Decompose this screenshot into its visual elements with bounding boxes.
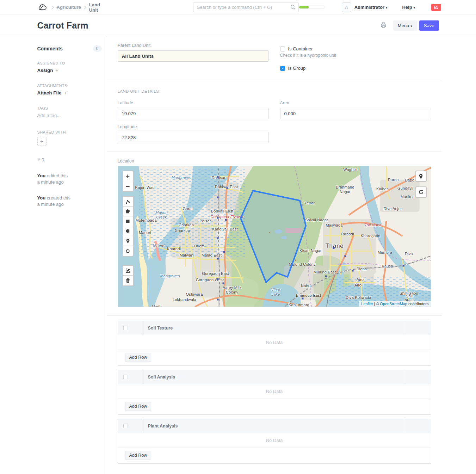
- attach-file-button[interactable]: Attach File +: [37, 90, 102, 96]
- app-logo-icon[interactable]: [37, 3, 47, 12]
- longitude-label: Longitude: [118, 124, 269, 129]
- map-place-label: Kharodi: [167, 247, 181, 251]
- section-land-unit-details: LAND UNIT DETAILS Latitude Longitude Are…: [107, 81, 442, 152]
- select-all-checkbox[interactable]: [123, 375, 128, 379]
- add-row-button[interactable]: Add Row: [125, 451, 152, 460]
- edit-layers-button[interactable]: [123, 266, 133, 276]
- soil-analysis-grid: Soil Analysis No Data Add Row: [118, 370, 431, 415]
- like-control[interactable]: ♥ 0: [37, 156, 102, 163]
- map-place-label: Gorai: [183, 207, 193, 211]
- add-row-button[interactable]: Add Row: [125, 353, 152, 362]
- grid-column-header[interactable]: Soil Analysis: [143, 370, 405, 384]
- comments-link[interactable]: Comments: [37, 46, 63, 51]
- parent-land-unit-field[interactable]: [118, 50, 269, 62]
- menu-button[interactable]: Menu▾: [393, 20, 417, 31]
- page-title: Carrot Farm: [37, 20, 88, 31]
- map-place-label: Malwani: [180, 253, 194, 258]
- map-place-label: Kausa: [382, 264, 393, 269]
- search-input[interactable]: [193, 2, 299, 12]
- map-place-label: Diva Koliwada: [346, 295, 371, 300]
- tags-label: TAGS: [37, 106, 102, 110]
- map-place-label: Shivai Nagar: [305, 218, 328, 222]
- map-place-label: Orlem: [194, 244, 205, 248]
- add-share-button[interactable]: +: [37, 137, 47, 146]
- map-place-label: Marve: [153, 244, 165, 248]
- leaflet-link[interactable]: Leaflet: [361, 302, 373, 306]
- grid-settings-cell[interactable]: [405, 419, 431, 433]
- map-place-label: Charkop: [175, 228, 190, 233]
- chevron-right-icon: [51, 5, 54, 10]
- map-place-label: Mankoli: [401, 195, 414, 199]
- assign-button[interactable]: Assign +: [37, 68, 102, 73]
- map-place-label: Vihar Lake: [271, 288, 280, 296]
- draw-polygon-button[interactable]: [123, 207, 133, 216]
- map-place-label: Majiwada: [326, 223, 342, 228]
- is-container-checkbox[interactable]: Is Container: [280, 46, 431, 51]
- zoom-in-button[interactable]: +: [123, 171, 133, 181]
- map-place-label: Oshiwara: [186, 292, 203, 297]
- grid-empty-state: No Data: [118, 433, 431, 448]
- tag-input[interactable]: [37, 113, 102, 118]
- map-place-label: Manori: [139, 230, 151, 235]
- help-menu[interactable]: Help▾: [402, 5, 415, 10]
- draw-toolbar: [122, 196, 134, 257]
- map-place-label: Mangroves: [171, 176, 191, 180]
- map-place-label: Purna: [388, 178, 398, 182]
- map-place-label: Malad East: [202, 253, 222, 258]
- latitude-field[interactable]: [118, 108, 269, 119]
- checkbox-unchecked-icon: [280, 47, 285, 51]
- map-station-marker: [223, 251, 225, 253]
- form-main: Parent Land Unit Is Container Check if i…: [107, 36, 442, 474]
- print-button[interactable]: [379, 20, 388, 31]
- map-place-label: Aarey Milk Colony: [223, 285, 241, 294]
- is-group-checkbox[interactable]: ✓ Is Group: [280, 66, 431, 71]
- map-place-label: Mulund East: [314, 270, 336, 275]
- map-place-label: Dahisar: [212, 176, 225, 180]
- map-place-label: Brahmand Nagar: [336, 185, 354, 194]
- user-avatar[interactable]: A: [342, 2, 351, 12]
- map-station-marker: [222, 283, 224, 284]
- openstreetmap-link[interactable]: OpenStreetMap: [380, 302, 407, 306]
- map-station-marker: [217, 238, 218, 239]
- grid-settings-cell[interactable]: [405, 321, 431, 335]
- select-all-checkbox[interactable]: [123, 424, 128, 428]
- map-place-label: Yeoor: [304, 201, 315, 205]
- zoom-out-button[interactable]: −: [123, 181, 133, 191]
- map-place-label: Borivali East: [211, 209, 234, 214]
- breadcrumb-agriculture[interactable]: Agriculture: [57, 5, 81, 10]
- area-field[interactable]: [280, 108, 431, 119]
- is-container-help: Check if it is a hydroponic unit: [280, 53, 431, 58]
- draw-circle-button[interactable]: [123, 226, 133, 236]
- select-all-checkbox[interactable]: [123, 326, 128, 330]
- refresh-map-button[interactable]: [415, 186, 427, 198]
- draw-marker-button[interactable]: [123, 236, 133, 246]
- plus-icon: +: [55, 68, 58, 73]
- user-menu[interactable]: Administrator▾: [354, 5, 388, 10]
- section-parent: Parent Land Unit Is Container Check if i…: [107, 36, 442, 81]
- map-place-label: Diva: [405, 252, 413, 256]
- save-button[interactable]: Save: [419, 20, 439, 31]
- grid-settings-cell[interactable]: [405, 370, 431, 384]
- activity-created: You created this a minute ago: [37, 195, 102, 207]
- grid-column-header[interactable]: Plant Analysis: [143, 419, 405, 433]
- draw-polyline-button[interactable]: [123, 197, 133, 207]
- map-place-label: Poisar: [199, 219, 211, 223]
- grid-empty-state: No Data: [118, 335, 431, 350]
- delete-layers-button[interactable]: [123, 276, 133, 285]
- grid-column-header[interactable]: Soil Texture: [143, 321, 405, 335]
- locate-button[interactable]: [415, 171, 427, 182]
- map-place-label: Airoli: [354, 283, 364, 288]
- map-place-label: Mumbra: [378, 250, 392, 255]
- draw-circlemarker-button[interactable]: [123, 246, 133, 256]
- notification-badge[interactable]: 65: [431, 4, 441, 11]
- location-map[interactable]: MangrovesDahisarWaghbilDahisar EastPurna…: [118, 166, 431, 307]
- map-station-marker: [333, 247, 334, 249]
- onboarding-progress-bar[interactable]: [299, 6, 325, 9]
- map-place-label: Lokhandwala: [173, 297, 196, 302]
- map-place-label: Kalher: [376, 187, 388, 191]
- breadcrumb-land-unit[interactable]: Land Unit: [89, 2, 104, 13]
- navbar: Agriculture Land Unit A Administrator▾ H…: [0, 0, 476, 14]
- draw-rectangle-button[interactable]: [123, 216, 133, 226]
- add-row-button[interactable]: Add Row: [125, 402, 152, 411]
- longitude-field[interactable]: [118, 132, 269, 143]
